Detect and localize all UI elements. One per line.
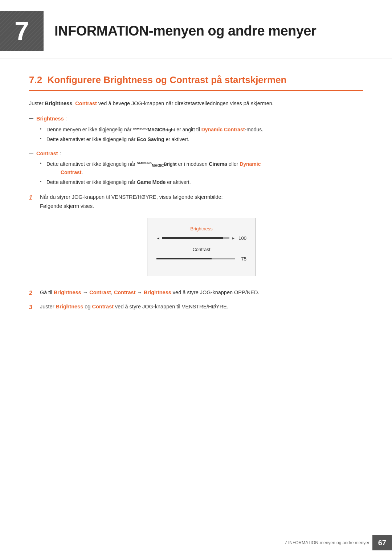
step-2-content: Gå til Brightness → Contrast, Contrast →… <box>40 289 363 297</box>
brightness-value: 100 <box>237 235 246 242</box>
intro-paragraph: Juster Brightness, Contrast ved å bevege… <box>29 100 363 108</box>
eco-saving-ref: Eco Saving <box>137 136 164 142</box>
cinema-ref: Cinema <box>209 161 227 167</box>
contrast-bullet-1: Dette alternativet er ikke tilgjengelig … <box>40 160 363 176</box>
brightness-ref: Brightness <box>45 100 73 106</box>
steps-container: 1 Når du styrer JOG-knappen til VENSTRE/… <box>29 193 363 312</box>
step-3: 3 Juster Brightness og Contrast ved å st… <box>29 303 363 312</box>
contrast-track-bg <box>156 258 235 259</box>
brightness-bullet-1: Denne menyen er ikke tilgjengelig når SA… <box>40 126 363 134</box>
contrast-slider-row: 75 <box>156 255 246 263</box>
step-1-content: Når du styrer JOG-knappen til VENSTRE/HØ… <box>40 193 363 284</box>
step-3-content: Juster Brightness og Contrast ved å styr… <box>40 303 363 311</box>
step-2: 2 Gå til Brightness → Contrast, Contrast… <box>29 289 363 297</box>
step-number-3: 3 <box>29 303 40 312</box>
dynamic-contrast-ref-1: Dynamic Contrast <box>201 127 245 132</box>
section-heading: 7.2 Konfigurere Brightness og Contrast p… <box>29 73 363 91</box>
step2-contrast2: Contrast <box>114 290 136 295</box>
screen-contrast-label: Contrast <box>156 246 246 253</box>
main-content: 7.2 Konfigurere Brightness og Contrast p… <box>0 62 392 339</box>
contrast-value: 75 <box>237 255 246 263</box>
contrast-ref: Contrast <box>75 100 97 106</box>
contrast-title: Contrast : <box>36 150 363 158</box>
page-footer: 7 INFORMATION-menyen og andre menyer 67 <box>0 532 392 554</box>
screen-mockup-wrapper: Brightness ◄ ► 100 <box>40 218 363 276</box>
chapter-header: 7 INFORMATION-menyen og andre menyer <box>0 0 392 58</box>
samsung-magic-bright-2: SAMSUNGMAGICBright <box>137 162 177 167</box>
brightness-slider-row: ◄ ► 100 <box>156 235 246 242</box>
step-number-1: 1 <box>29 193 40 202</box>
chapter-title: INFORMATION-menyen og andre menyer <box>54 21 316 41</box>
brightness-filled <box>162 237 223 239</box>
brightness-track <box>162 237 229 239</box>
step3-contrast: Contrast <box>92 304 114 309</box>
contrast-row: Contrast 75 <box>156 246 246 262</box>
step-1: 1 Når du styrer JOG-knappen til VENSTRE/… <box>29 193 363 284</box>
contrast-bullet-2: Dette alternativet er ikke tilgjengelig … <box>40 178 363 186</box>
contrast-subsection: Contrast : Dette alternativet er ikke ti… <box>29 150 363 186</box>
samsung-magic-bright-1: SAMSUNGMAGICBright <box>133 127 175 132</box>
step3-brightness: Brightness <box>56 304 83 309</box>
screen-brightness-label: Brightness <box>156 225 246 233</box>
step2-brightness2: Brightness <box>144 290 171 295</box>
chapter-number: 7 <box>0 11 44 51</box>
footer-text: 7 INFORMATION-menyen og andre menyer <box>285 539 369 546</box>
brightness-subsection: Brightness : Denne menyen er ikke tilgje… <box>29 115 363 143</box>
slider-right-arrow: ► <box>232 235 235 241</box>
step2-brightness1: Brightness <box>54 290 81 295</box>
screen-mockup: Brightness ◄ ► 100 <box>147 218 256 276</box>
step-1-sub: Følgende skjerm vises. <box>40 202 363 210</box>
game-mode-ref: Game Mode <box>137 179 166 185</box>
step-number-2: 2 <box>29 289 40 297</box>
contrast-bullets: Dette alternativet er ikke tilgjengelig … <box>36 160 363 186</box>
contrast-track-filled <box>156 258 212 259</box>
brightness-title: Brightness : <box>36 115 363 123</box>
step-1-text: Når du styrer JOG-knappen til VENSTRE/HØ… <box>40 193 363 201</box>
brightness-bullet-2: Dette alternativet er ikke tilgjengelig … <box>40 136 363 143</box>
step2-contrast1: Contrast <box>89 290 111 295</box>
brightness-row: Brightness ◄ ► 100 <box>156 225 246 242</box>
brightness-bullets: Denne menyen er ikke tilgjengelig når SA… <box>36 126 363 143</box>
slider-left-arrow: ◄ <box>156 235 160 241</box>
page-number: 67 <box>372 535 392 550</box>
